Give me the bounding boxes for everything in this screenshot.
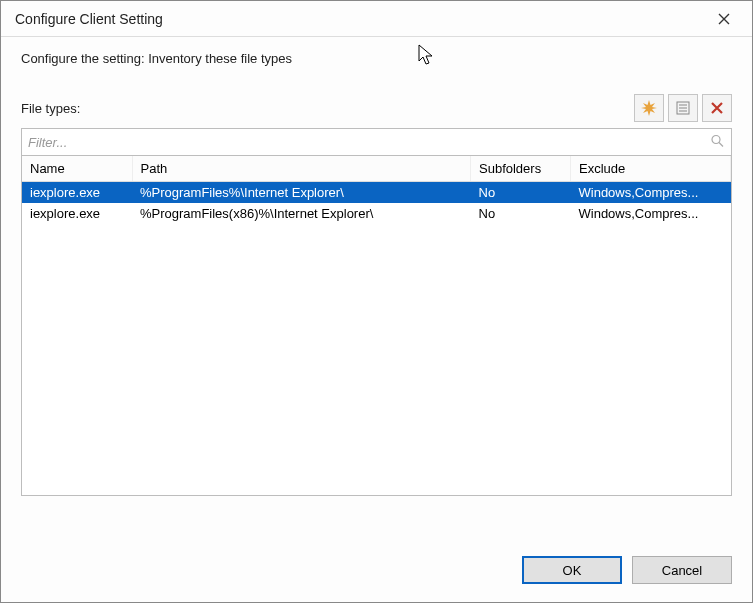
properties-icon bbox=[676, 101, 690, 115]
file-types-table[interactable]: Name Path Subfolders Exclude iexplore.ex… bbox=[21, 156, 732, 496]
ok-button[interactable]: OK bbox=[522, 556, 622, 584]
col-header-path[interactable]: Path bbox=[132, 156, 471, 182]
new-button[interactable] bbox=[634, 94, 664, 122]
table-header-row: Name Path Subfolders Exclude bbox=[22, 156, 731, 182]
svg-marker-0 bbox=[641, 100, 657, 116]
setting-description: Configure the setting: Inventory these f… bbox=[21, 51, 732, 66]
file-types-label: File types: bbox=[21, 101, 630, 116]
close-icon bbox=[718, 13, 730, 25]
cell-path: %ProgramFiles%\Internet Explorer\ bbox=[132, 182, 471, 204]
content-area: Configure the setting: Inventory these f… bbox=[1, 37, 752, 542]
cell-exclude: Windows,Compres... bbox=[571, 203, 731, 224]
cell-subfolders: No bbox=[471, 203, 571, 224]
filter-wrap bbox=[21, 128, 732, 156]
new-starburst-icon bbox=[641, 100, 657, 116]
window-title: Configure Client Setting bbox=[15, 11, 706, 27]
toolbar-row: File types: bbox=[21, 94, 732, 122]
dialog-window: Configure Client Setting Configure the s… bbox=[0, 0, 753, 603]
col-header-subfolders[interactable]: Subfolders bbox=[471, 156, 571, 182]
titlebar: Configure Client Setting bbox=[1, 1, 752, 37]
col-header-exclude[interactable]: Exclude bbox=[571, 156, 731, 182]
col-header-name[interactable]: Name bbox=[22, 156, 132, 182]
cell-subfolders: No bbox=[471, 182, 571, 204]
cell-name: iexplore.exe bbox=[22, 203, 132, 224]
close-button[interactable] bbox=[706, 4, 742, 34]
properties-button[interactable] bbox=[668, 94, 698, 122]
delete-button[interactable] bbox=[702, 94, 732, 122]
cell-path: %ProgramFiles(x86)%\Internet Explorer\ bbox=[132, 203, 471, 224]
filter-input[interactable] bbox=[21, 128, 732, 156]
cell-name: iexplore.exe bbox=[22, 182, 132, 204]
table-row[interactable]: iexplore.exe%ProgramFiles(x86)%\Internet… bbox=[22, 203, 731, 224]
cell-exclude: Windows,Compres... bbox=[571, 182, 731, 204]
dialog-footer: OK Cancel bbox=[1, 542, 752, 602]
delete-x-icon bbox=[710, 101, 724, 115]
cancel-button[interactable]: Cancel bbox=[632, 556, 732, 584]
table-row[interactable]: iexplore.exe%ProgramFiles%\Internet Expl… bbox=[22, 182, 731, 204]
